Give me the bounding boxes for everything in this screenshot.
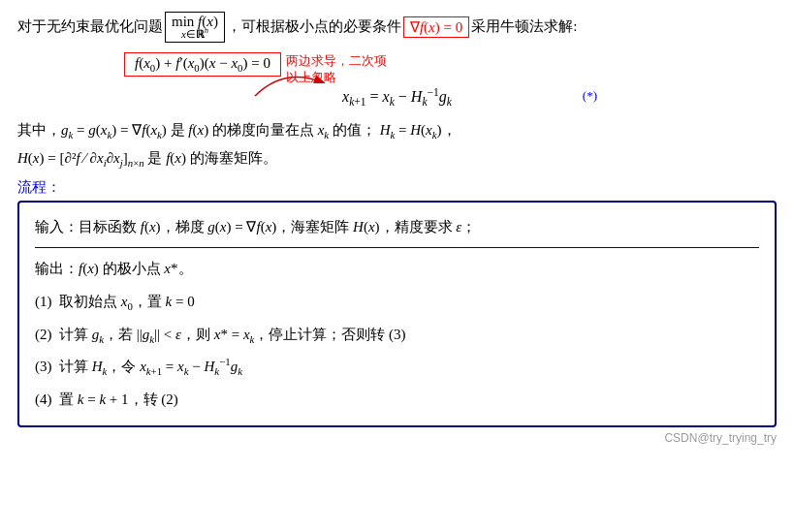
algo-step-3: (3) 计算 Hk，令 xk+1 = xk − Hk−1gk bbox=[35, 352, 759, 383]
desc-line2: H(x) = [∂²f ∕ ∂xi∂xj]n×n 是 f(x) 的海塞矩阵。 bbox=[17, 145, 777, 172]
newton-formula-text: xk+1 = xk − Hk−1gk bbox=[342, 88, 452, 105]
min-box: min f(x) x∈ℝn bbox=[165, 12, 225, 43]
newton-formula: xk+1 = xk − Hk−1gk (*) bbox=[17, 86, 777, 109]
algo-step-1: (1) 取初始点 x0，置 k = 0 bbox=[35, 287, 759, 318]
algorithm-box: 输入：目标函数 f(x)，梯度 g(x) = ∇f(x)，海塞矩阵 H(x)，精… bbox=[17, 201, 777, 427]
flow-label: 流程： bbox=[17, 178, 777, 197]
middle-text: ，可根据极小点的必要条件 bbox=[227, 17, 401, 36]
watermark: CSDN@try_trying_try bbox=[17, 431, 777, 445]
algo-input-line: 输入：目标函数 f(x)，梯度 g(x) = ∇f(x)，海塞矩阵 H(x)，精… bbox=[35, 212, 759, 248]
problem-statement: 对于无约束最优化问题 min f(x) x∈ℝn ，可根据极小点的必要条件 ∇f… bbox=[17, 12, 777, 43]
curved-arrow-svg bbox=[226, 65, 342, 102]
grad-box: ∇f(x) = 0 bbox=[403, 16, 469, 38]
suffix-text: 采用牛顿法求解: bbox=[471, 17, 577, 36]
prefix-text: 对于无约束最优化问题 bbox=[17, 17, 163, 36]
algo-step-4: (4) 置 k = k + 1，转 (2) bbox=[35, 385, 759, 414]
desc-line1: 其中，gk = g(xk) = ∇f(xk) 是 f(x) 的梯度向量在点 xk… bbox=[17, 117, 777, 144]
description-block: 其中，gk = g(xk) = ∇f(xk) 是 f(x) 的梯度向量在点 xk… bbox=[17, 117, 777, 172]
main-content: 对于无约束最优化问题 min f(x) x∈ℝn ，可根据极小点的必要条件 ∇f… bbox=[17, 12, 777, 445]
star-label: (*) bbox=[583, 88, 597, 104]
algo-step-2: (2) 计算 gk，若 ||gk|| < ε，则 x* = xk，停止计算；否则… bbox=[35, 320, 759, 351]
algo-output-line: 输出：f(x) 的极小点 x*。 bbox=[35, 254, 759, 283]
